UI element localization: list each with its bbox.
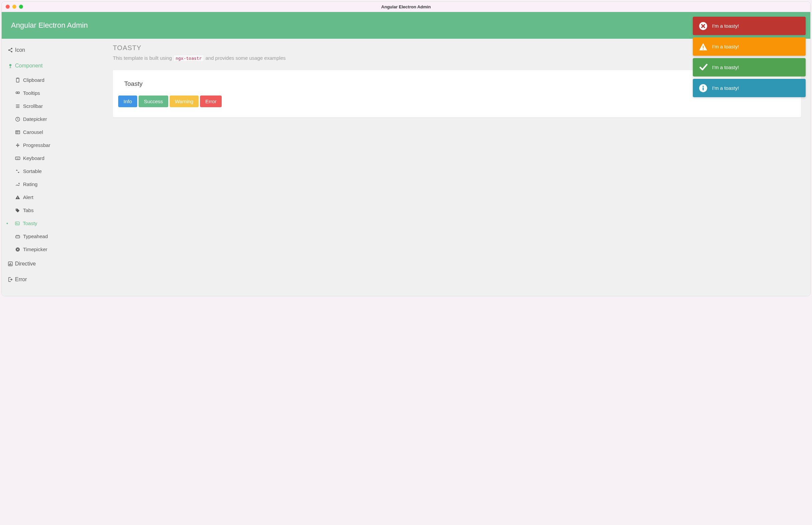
datepicker-icon bbox=[14, 117, 21, 122]
toast-info[interactable]: I'm a toasty! bbox=[693, 79, 806, 97]
sidebar-sub-toasty[interactable]: Toasty bbox=[2, 217, 104, 230]
svg-rect-25 bbox=[9, 264, 10, 265]
sidebar-item-icon[interactable]: Icon bbox=[2, 42, 104, 58]
sidebar-sub-label: Rating bbox=[23, 181, 37, 187]
minimize-window-icon[interactable] bbox=[12, 5, 16, 9]
svg-rect-27 bbox=[11, 264, 12, 265]
sidebar-sub-label: Keyboard bbox=[23, 155, 44, 161]
svg-point-2 bbox=[11, 51, 12, 52]
svg-point-9 bbox=[18, 92, 19, 93]
toast-message: I'm a toasty! bbox=[712, 44, 739, 49]
sidebar-label: Icon bbox=[15, 47, 25, 53]
error-icon bbox=[699, 22, 707, 30]
keyboard-icon bbox=[14, 156, 21, 161]
sidebar-sub-label: Sortable bbox=[23, 168, 42, 174]
svg-rect-7 bbox=[17, 77, 18, 78]
sidebar-label: Error bbox=[15, 276, 27, 283]
error-button[interactable]: Error bbox=[200, 95, 222, 107]
close-window-icon[interactable] bbox=[6, 5, 10, 9]
info-button[interactable]: Info bbox=[118, 95, 137, 107]
tree-icon bbox=[6, 63, 15, 69]
sidebar-sub-label: Carousel bbox=[23, 129, 43, 135]
svg-rect-30 bbox=[703, 49, 704, 49]
sidebar-sub-datepicker[interactable]: Datepicker bbox=[2, 112, 104, 125]
warning-button[interactable]: Warning bbox=[170, 95, 199, 107]
toasty-icon bbox=[14, 221, 21, 226]
sidebar-sub-label: Datepicker bbox=[23, 116, 47, 122]
sidebar-sub-label: Typeahead bbox=[23, 234, 48, 239]
sidebar-sub-alert[interactable]: Alert bbox=[2, 191, 104, 204]
svg-point-8 bbox=[16, 92, 18, 93]
sidebar-item-error[interactable]: Error bbox=[2, 271, 104, 287]
svg-rect-16 bbox=[15, 222, 19, 225]
svg-rect-17 bbox=[16, 223, 17, 223]
code-literal: ngx-toastr bbox=[173, 55, 204, 62]
titlebar: Angular Electron Admin bbox=[2, 2, 810, 12]
exit-icon bbox=[6, 277, 15, 282]
sidebar-sub-keyboard[interactable]: Keyboard bbox=[2, 152, 104, 165]
success-button[interactable]: Success bbox=[139, 95, 168, 107]
typeahead-icon bbox=[14, 234, 21, 239]
sidebar-sub-label: Timepicker bbox=[23, 246, 47, 252]
sidebar-sub-tooltips[interactable]: Tooltips bbox=[2, 87, 104, 100]
svg-point-20 bbox=[16, 237, 17, 237]
tooltips-icon bbox=[14, 90, 21, 96]
app-title: Angular Electron Admin bbox=[11, 21, 88, 30]
info-icon bbox=[699, 84, 707, 92]
carousel-icon bbox=[14, 130, 21, 135]
sidebar-sub-sortable[interactable]: Sortable bbox=[2, 165, 104, 178]
sidebar-sub-scrollbar[interactable]: Scrollbar bbox=[2, 100, 104, 112]
sidebar-sub-rating[interactable]: Rating bbox=[2, 178, 104, 191]
svg-rect-4 bbox=[10, 66, 10, 68]
success-icon bbox=[699, 63, 707, 72]
sidebar-sub-progressbar[interactable]: Progressbar bbox=[2, 139, 104, 152]
svg-rect-5 bbox=[9, 68, 11, 68]
sidebar-sub-timepicker[interactable]: Timepicker bbox=[2, 243, 104, 256]
clipboard-icon bbox=[14, 77, 21, 83]
svg-point-1 bbox=[8, 49, 10, 51]
svg-rect-33 bbox=[703, 87, 704, 90]
svg-point-22 bbox=[19, 237, 19, 237]
sidebar-item-directive[interactable]: Directive bbox=[2, 256, 104, 271]
maximize-window-icon[interactable] bbox=[19, 5, 23, 9]
toast-warning[interactable]: I'm a toasty! bbox=[693, 38, 806, 56]
svg-rect-18 bbox=[16, 223, 19, 224]
svg-rect-12 bbox=[15, 157, 20, 160]
svg-point-0 bbox=[11, 48, 12, 49]
timepicker-icon bbox=[14, 247, 21, 252]
app-header: Angular Electron Admin bbox=[2, 12, 810, 39]
sidebar-sub-typeahead[interactable]: Typeahead bbox=[2, 230, 104, 243]
sidebar-sub-clipboard[interactable]: Clipboard bbox=[2, 74, 104, 87]
sidebar: Icon Component ClipboardTooltipsScrollba… bbox=[2, 39, 104, 296]
toast-success[interactable]: I'm a toasty! bbox=[693, 58, 806, 76]
window-title: Angular Electron Admin bbox=[381, 4, 431, 9]
sidebar-sub-tabs[interactable]: Tabs bbox=[2, 204, 104, 217]
svg-rect-26 bbox=[10, 263, 11, 265]
sidebar-sub-label: Tabs bbox=[23, 207, 34, 213]
alert-icon bbox=[14, 195, 21, 200]
toast-message: I'm a toasty! bbox=[712, 85, 739, 91]
warning-icon bbox=[699, 42, 707, 51]
sidebar-sub-carousel[interactable]: Carousel bbox=[2, 125, 104, 139]
sidebar-item-component[interactable]: Component bbox=[2, 58, 104, 74]
rating-icon bbox=[14, 182, 21, 187]
toast-message: I'm a toasty! bbox=[712, 23, 739, 29]
sidebar-sub-label: Toasty bbox=[23, 221, 37, 226]
sidebar-sub-label: Tooltips bbox=[23, 90, 40, 96]
window-controls bbox=[6, 5, 23, 9]
toast-message: I'm a toasty! bbox=[712, 64, 739, 70]
chart-icon bbox=[6, 261, 15, 267]
scrollbar-icon bbox=[14, 104, 21, 109]
share-icon bbox=[6, 47, 15, 53]
svg-rect-11 bbox=[16, 131, 20, 134]
sidebar-label: Directive bbox=[15, 261, 36, 267]
svg-point-15 bbox=[16, 209, 17, 210]
progressbar-icon bbox=[14, 142, 21, 148]
svg-rect-14 bbox=[17, 198, 18, 198]
toast-error[interactable]: I'm a toasty! bbox=[693, 17, 806, 35]
svg-point-21 bbox=[17, 237, 18, 237]
sidebar-sub-label: Progressbar bbox=[23, 142, 50, 148]
toast-container: I'm a toasty!I'm a toasty!I'm a toasty!I… bbox=[693, 17, 806, 97]
sidebar-sub-label: Clipboard bbox=[23, 77, 44, 83]
svg-point-3 bbox=[9, 64, 12, 66]
